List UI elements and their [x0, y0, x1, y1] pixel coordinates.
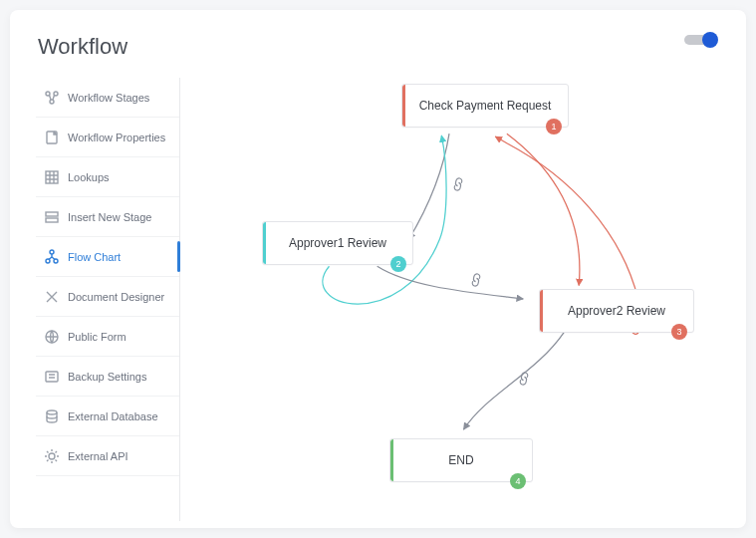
- node-label: Check Payment Request: [419, 99, 552, 113]
- flowchart-canvas[interactable]: Check Payment Request 1 Approver1 Review…: [180, 78, 718, 521]
- node-badge: 2: [390, 256, 406, 272]
- node-accent: [402, 85, 405, 127]
- sidebar-item-label: External Database: [68, 410, 158, 422]
- sidebar-item-label: Workflow Stages: [68, 92, 149, 104]
- flowchart-icon: [44, 249, 60, 265]
- sidebar-item-external-database[interactable]: External Database: [36, 397, 179, 436]
- svg-point-13: [49, 453, 55, 459]
- svg-rect-11: [46, 372, 58, 382]
- node-check-payment-request[interactable]: Check Payment Request 1: [401, 84, 569, 128]
- node-badge: 4: [510, 473, 526, 489]
- edge-1-2: [409, 134, 450, 239]
- database-icon: [44, 408, 60, 424]
- lookups-icon: [44, 169, 60, 185]
- edge-2-1: [323, 135, 446, 304]
- node-accent: [263, 222, 266, 264]
- node-approver1-review[interactable]: Approver1 Review 2: [262, 221, 413, 265]
- svg-point-2: [50, 100, 54, 104]
- body: Workflow Stages Workflow Properties Look…: [38, 78, 718, 521]
- svg-point-12: [47, 410, 57, 414]
- stages-icon: [44, 90, 60, 106]
- svg-rect-4: [46, 171, 58, 183]
- svg-point-1: [54, 92, 58, 96]
- link-icon: [448, 174, 467, 193]
- node-label: Approver1 Review: [289, 236, 386, 250]
- sidebar-item-label: Insert New Stage: [68, 211, 151, 223]
- sidebar-item-label: Public Form: [68, 331, 126, 343]
- backup-icon: [44, 369, 60, 385]
- svg-rect-6: [46, 218, 58, 222]
- node-end[interactable]: END 4: [389, 438, 533, 482]
- sidebar-item-lookups[interactable]: Lookups: [36, 157, 179, 197]
- svg-point-7: [50, 250, 54, 254]
- workflow-card: Workflow Workflow Stages Workflow Proper…: [10, 10, 746, 528]
- sidebar-item-public-form[interactable]: Public Form: [36, 317, 179, 357]
- sidebar-item-workflow-properties[interactable]: Workflow Properties: [36, 118, 179, 157]
- node-approver2-review[interactable]: Approver2 Review 3: [539, 289, 694, 333]
- sidebar-item-backup-settings[interactable]: Backup Settings: [36, 357, 179, 397]
- page-title: Workflow: [38, 34, 718, 60]
- link-icon: [514, 369, 533, 388]
- insert-stage-icon: [44, 209, 60, 225]
- sidebar: Workflow Stages Workflow Properties Look…: [36, 78, 180, 521]
- edge-3-4: [463, 332, 564, 429]
- sidebar-item-label: External API: [68, 450, 128, 462]
- node-badge: 1: [546, 119, 562, 134]
- node-accent: [540, 290, 543, 332]
- toggle-knob: [702, 32, 718, 48]
- svg-rect-5: [46, 212, 58, 216]
- sidebar-item-label: Backup Settings: [68, 371, 147, 383]
- sidebar-item-external-api[interactable]: External API: [36, 436, 179, 476]
- document-designer-icon: [44, 289, 60, 305]
- sidebar-item-insert-new-stage[interactable]: Insert New Stage: [36, 197, 179, 237]
- sidebar-item-label: Document Designer: [68, 291, 164, 303]
- node-label: Approver2 Review: [568, 304, 665, 318]
- node-label: END: [448, 453, 473, 467]
- view-toggle[interactable]: [684, 32, 718, 48]
- node-accent: [390, 439, 393, 481]
- edge-1-3: [507, 134, 580, 285]
- api-icon: [44, 448, 60, 464]
- sidebar-item-label: Workflow Properties: [68, 132, 165, 143]
- public-form-icon: [44, 329, 60, 345]
- sidebar-item-label: Flow Chart: [68, 251, 121, 263]
- node-badge: 3: [671, 324, 687, 340]
- sidebar-item-document-designer[interactable]: Document Designer: [36, 277, 179, 317]
- link-icon: [466, 270, 485, 289]
- sidebar-item-workflow-stages[interactable]: Workflow Stages: [36, 78, 179, 118]
- toggle-track: [684, 35, 714, 45]
- sidebar-item-flow-chart[interactable]: Flow Chart: [36, 237, 179, 277]
- sidebar-item-label: Lookups: [68, 171, 110, 183]
- properties-icon: [44, 130, 60, 145]
- svg-point-0: [46, 92, 50, 96]
